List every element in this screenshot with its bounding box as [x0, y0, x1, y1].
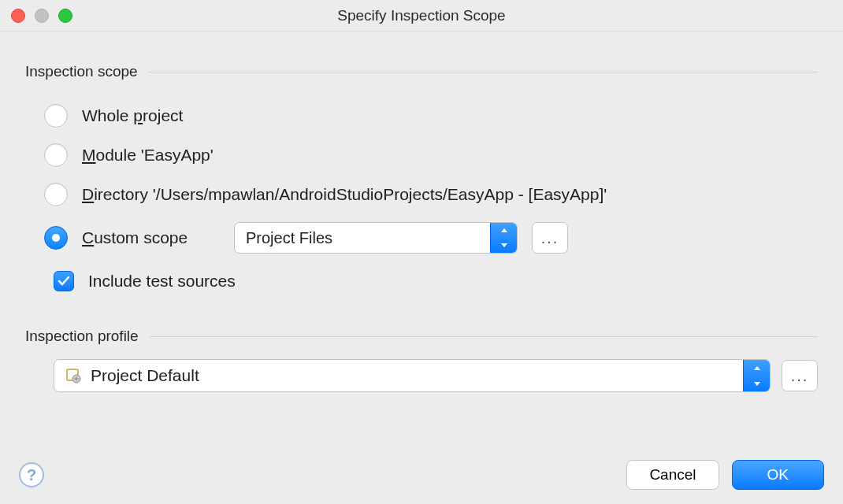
window-maximize-button[interactable] — [58, 9, 72, 23]
help-button[interactable]: ? — [19, 462, 44, 487]
profile-select[interactable]: Project Default — [54, 359, 771, 392]
scope-radio-group: Whole project Module 'EasyApp' Directory… — [25, 104, 818, 254]
inspection-scope-label: Inspection scope — [25, 63, 138, 80]
inspection-profile-label: Inspection profile — [25, 328, 139, 345]
profile-row: Project Default ... — [25, 359, 818, 392]
custom-scope-value: Project Files — [235, 229, 490, 247]
select-chevrons-icon — [490, 223, 517, 253]
ok-button[interactable]: OK — [732, 460, 824, 490]
title-bar: Specify Inspection Scope — [0, 0, 843, 32]
dialog-footer: ? Cancel OK — [0, 446, 843, 504]
select-chevrons-icon — [743, 360, 770, 391]
radio-custom-scope[interactable]: Custom scope Project Files ... — [44, 222, 818, 254]
radio-label: Module 'EasyApp' — [82, 146, 214, 165]
inspection-profile-section: Inspection profile Project Default . — [25, 315, 818, 392]
radio-icon — [44, 183, 68, 206]
profile-tools-icon — [62, 365, 84, 387]
radio-label: Directory '/Users/mpawlan/AndroidStudioP… — [82, 185, 607, 204]
checkbox-label: Include test sources — [88, 272, 236, 291]
window-close-button[interactable] — [11, 9, 25, 23]
radio-module[interactable]: Module 'EasyApp' — [44, 143, 818, 167]
radio-label: Whole project — [82, 106, 183, 125]
inspection-profile-header: Inspection profile — [25, 328, 818, 345]
radio-whole-project[interactable]: Whole project — [44, 104, 818, 128]
divider — [150, 336, 818, 337]
checkbox-icon — [54, 271, 74, 291]
window-minimize-button — [35, 9, 49, 23]
divider — [149, 72, 818, 72]
dialog-content: Inspection scope Whole project Module 'E… — [0, 32, 843, 446]
radio-directory[interactable]: Directory '/Users/mpawlan/AndroidStudioP… — [44, 183, 818, 206]
radio-icon — [44, 143, 68, 167]
window-title: Specify Inspection Scope — [0, 7, 843, 24]
include-tests-checkbox[interactable]: Include test sources — [25, 271, 818, 291]
custom-scope-browse-button[interactable]: ... — [532, 222, 568, 254]
custom-scope-select[interactable]: Project Files — [234, 222, 518, 254]
profile-browse-button[interactable]: ... — [782, 360, 818, 391]
inspection-scope-header: Inspection scope — [25, 63, 818, 80]
window-controls — [11, 9, 72, 23]
radio-icon — [44, 226, 68, 250]
radio-icon — [44, 104, 68, 128]
profile-value: Project Default — [91, 366, 743, 385]
cancel-button[interactable]: Cancel — [626, 460, 719, 490]
radio-label: Custom scope — [82, 228, 220, 247]
